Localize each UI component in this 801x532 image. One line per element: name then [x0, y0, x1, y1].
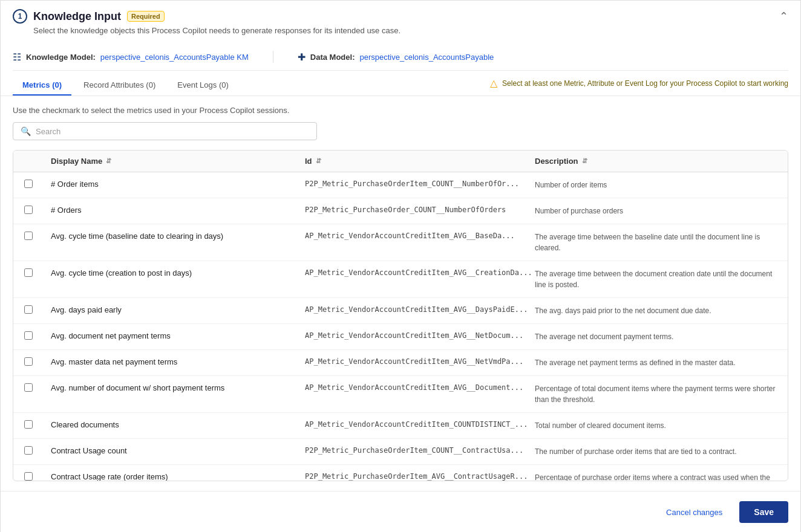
- tab-event-logs[interactable]: Event Logs (0): [168, 76, 238, 96]
- col-check: [13, 151, 44, 172]
- warning-message: △ Select at least one Metric, Attribute …: [490, 77, 788, 94]
- row-checkbox-cell[interactable]: [13, 172, 44, 195]
- knowledge-model-item: ☷ Knowledge Model: perspective_celonis_A…: [13, 51, 249, 63]
- row-checkbox-cell[interactable]: [13, 439, 44, 462]
- row-checkbox-0[interactable]: [24, 180, 33, 188]
- row-id: AP_Metric_VendorAccountCreditItem_AVG__N…: [298, 350, 528, 373]
- metrics-table: Display Name ⇵ Id ⇵ Description ⇵ # Orde…: [13, 150, 788, 481]
- search-input[interactable]: [36, 127, 309, 136]
- collapse-button[interactable]: ⌃: [779, 10, 788, 23]
- knowledge-model-value[interactable]: perspective_celonis_AccountsPayable KM: [100, 53, 249, 62]
- row-checkbox-10[interactable]: [24, 472, 33, 481]
- sort-display-name-icon[interactable]: ⇵: [106, 157, 111, 165]
- page-subtitle: Select the knowledge objects this Proces…: [33, 26, 788, 35]
- row-checkbox-cell[interactable]: [13, 413, 44, 436]
- row-display-name: Cleared documents: [44, 413, 298, 436]
- knowledge-model-label: Knowledge Model:: [26, 53, 96, 62]
- row-id: AP_Metric_VendorAccountCreditItem_COUNTD…: [298, 413, 528, 436]
- sort-id-icon[interactable]: ⇵: [316, 157, 321, 165]
- table-row: Cleared documents AP_Metric_VendorAccoun…: [13, 413, 788, 439]
- table-row: # Orders P2P_Metric_PurchaseOrder_COUNT_…: [13, 198, 788, 224]
- table-row: Contract Usage count P2P_Metric_Purchase…: [13, 439, 788, 465]
- step-circle: 1: [13, 9, 27, 24]
- row-description: Number of order items: [528, 172, 788, 198]
- row-id: P2P_Metric_PurchaseOrderItem_COUNT__Numb…: [298, 172, 528, 195]
- table-row: Avg. cycle time (baseline date to cleari…: [13, 224, 788, 261]
- row-checkbox-2[interactable]: [24, 232, 33, 240]
- row-display-name: Avg. master data net payment terms: [44, 350, 298, 374]
- row-description: The average net document payment terms.: [528, 324, 788, 349]
- tab-metrics[interactable]: Metrics (0): [13, 76, 71, 96]
- table-row: Avg. cycle time (creation to post in day…: [13, 261, 788, 298]
- row-checkbox-8[interactable]: [24, 420, 33, 429]
- save-button[interactable]: Save: [739, 501, 788, 523]
- cancel-button[interactable]: Cancel changes: [656, 503, 732, 522]
- row-checkbox-4[interactable]: [24, 305, 33, 314]
- row-checkbox-1[interactable]: [24, 206, 33, 214]
- row-display-name: Avg. cycle time (baseline date to cleari…: [44, 224, 298, 248]
- knowledge-model-icon: ☷: [13, 51, 21, 63]
- row-checkbox-cell[interactable]: [13, 224, 44, 247]
- row-description: The avg. days paid prior to the net docu…: [528, 298, 788, 323]
- row-checkbox-3[interactable]: [24, 268, 33, 277]
- search-box[interactable]: 🔍: [13, 122, 317, 140]
- row-id: P2P_Metric_PurchaseOrderItem_COUNT__Cont…: [298, 439, 528, 462]
- row-checkbox-7[interactable]: [24, 383, 33, 392]
- row-checkbox-cell[interactable]: [13, 350, 44, 373]
- row-display-name: Contract Usage count: [44, 439, 298, 462]
- model-divider: [273, 51, 273, 63]
- col-description[interactable]: Description ⇵: [528, 151, 788, 172]
- row-display-name: # Order items: [44, 172, 298, 196]
- row-checkbox-9[interactable]: [24, 446, 33, 455]
- col-display-name-label: Display Name: [51, 157, 102, 166]
- header-section: 1 Knowledge Input Required ⌃ Select the …: [1, 1, 800, 96]
- row-display-name: Contract Usage rate (order items): [44, 465, 298, 481]
- row-description: Percentage of total document items where…: [528, 376, 788, 412]
- table-row: Avg. days paid early AP_Metric_VendorAcc…: [13, 298, 788, 324]
- header-top: 1 Knowledge Input Required ⌃: [13, 9, 788, 24]
- footer: Cancel changes Save: [1, 491, 800, 532]
- row-checkbox-cell[interactable]: [13, 261, 44, 284]
- row-checkbox-5[interactable]: [24, 331, 33, 340]
- row-description: The average net payment terms as defined…: [528, 350, 788, 375]
- col-display-name[interactable]: Display Name ⇵: [44, 151, 298, 172]
- row-checkbox-cell[interactable]: [13, 376, 44, 399]
- row-description: The average time between the baseline da…: [528, 224, 788, 261]
- col-id-label: Id: [305, 157, 312, 166]
- tabs-row: Metrics (0) Record Attributes (0) Event …: [13, 76, 788, 96]
- data-model-item: ✚ Data Model: perspective_celonis_Accoun…: [298, 51, 494, 63]
- row-display-name: # Orders: [44, 198, 298, 222]
- table-row: Contract Usage rate (order items) P2P_Me…: [13, 465, 788, 481]
- content-section: Use the checkmark to select the metrics …: [1, 96, 800, 491]
- row-description: Number of purchase orders: [528, 198, 788, 224]
- search-icon: 🔍: [21, 126, 31, 136]
- page-wrapper: 1 Knowledge Input Required ⌃ Select the …: [0, 0, 801, 532]
- row-checkbox-cell[interactable]: [13, 198, 44, 221]
- data-model-label: Data Model:: [310, 53, 355, 62]
- table-header: Display Name ⇵ Id ⇵ Description ⇵: [13, 151, 788, 172]
- required-badge: Required: [127, 11, 165, 22]
- row-id: AP_Metric_VendorAccountCreditItem_AVG__C…: [298, 261, 528, 284]
- header-left: 1 Knowledge Input Required: [13, 9, 165, 24]
- warning-icon: △: [490, 77, 497, 89]
- row-id: P2P_Metric_PurchaseOrderItem_AVG__Contra…: [298, 465, 528, 481]
- table-row: # Order items P2P_Metric_PurchaseOrderIt…: [13, 172, 788, 198]
- row-display-name: Avg. cycle time (creation to post in day…: [44, 261, 298, 285]
- col-description-label: Description: [535, 157, 578, 166]
- warning-text: Select at least one Metric, Attribute or…: [502, 79, 788, 88]
- tab-record-attributes[interactable]: Record Attributes (0): [74, 76, 165, 96]
- row-display-name: Avg. document net payment terms: [44, 324, 298, 348]
- row-checkbox-cell[interactable]: [13, 298, 44, 321]
- row-checkbox-cell[interactable]: [13, 324, 44, 347]
- table-row: Avg. number of document w/ short payment…: [13, 376, 788, 413]
- row-id: AP_Metric_VendorAccountCreditItem_AVG__D…: [298, 376, 528, 399]
- sort-description-icon[interactable]: ⇵: [582, 157, 587, 165]
- col-id[interactable]: Id ⇵: [298, 151, 528, 172]
- row-checkbox-6[interactable]: [24, 357, 33, 366]
- row-display-name: Avg. number of document w/ short payment…: [44, 376, 298, 400]
- hint-text: Use the checkmark to select the metrics …: [13, 106, 788, 115]
- row-description: The average time between the document cr…: [528, 261, 788, 297]
- row-checkbox-cell[interactable]: [13, 465, 44, 481]
- row-description: Percentage of purchase order items where…: [528, 465, 788, 481]
- row-id: AP_Metric_VendorAccountCreditItem_AVG__D…: [298, 298, 528, 321]
